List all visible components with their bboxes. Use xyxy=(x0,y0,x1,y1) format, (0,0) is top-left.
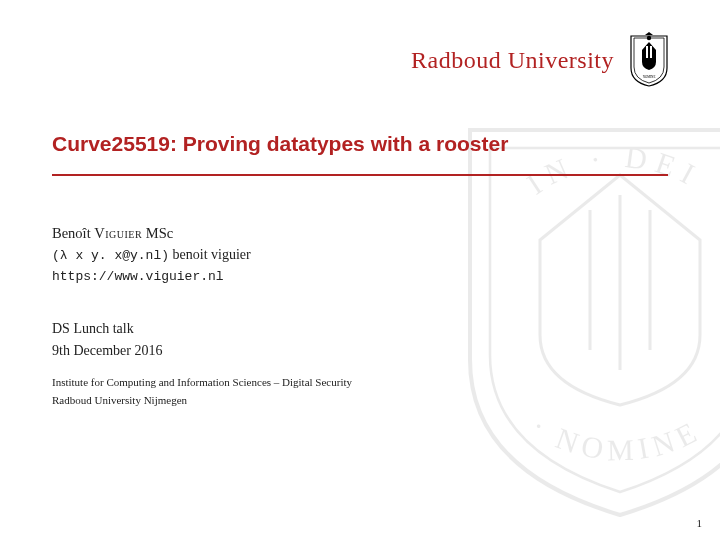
svg-rect-0 xyxy=(646,46,648,58)
event-date: 9th December 2016 xyxy=(52,340,162,362)
svg-point-2 xyxy=(647,36,651,40)
svg-rect-1 xyxy=(650,46,652,58)
email-name: benoit viguier xyxy=(173,247,251,262)
svg-text:· NOMINE: · NOMINE xyxy=(527,410,707,467)
author-degree: MSc xyxy=(146,225,173,241)
author-email-line: (λ x y. x@y.nl) benoit viguier xyxy=(52,244,251,266)
affiliation-line2: Radboud University Nijmegen xyxy=(52,392,352,410)
university-logo-icon: NOMINE xyxy=(628,32,670,88)
title-rule xyxy=(52,174,668,176)
author-name-line: Benoît Viguier MSc xyxy=(52,222,251,244)
slide-title: Curve25519: Proving datatypes with a roo… xyxy=(52,132,668,156)
affiliation-line1: Institute for Computing and Information … xyxy=(52,374,352,392)
watermark-shield-icon: IN · DEI · NOMINE xyxy=(460,120,720,520)
author-surname: Viguier xyxy=(94,225,142,241)
page-number: 1 xyxy=(697,517,703,529)
title-block: Curve25519: Proving datatypes with a roo… xyxy=(52,132,668,176)
event-name: DS Lunch talk xyxy=(52,318,162,340)
author-first: Benoît xyxy=(52,225,91,241)
university-name: Radboud University xyxy=(411,47,614,74)
author-url: https://www.viguier.nl xyxy=(52,267,251,287)
header: Radboud University NOMINE xyxy=(411,32,670,88)
svg-text:NOMINE: NOMINE xyxy=(643,75,656,79)
affiliation-block: Institute for Computing and Information … xyxy=(52,374,352,409)
event-block: DS Lunch talk 9th December 2016 xyxy=(52,318,162,361)
email-lambda: (λ x y. x@y.nl) xyxy=(52,248,169,263)
author-block: Benoît Viguier MSc (λ x y. x@y.nl) benoi… xyxy=(52,222,251,287)
